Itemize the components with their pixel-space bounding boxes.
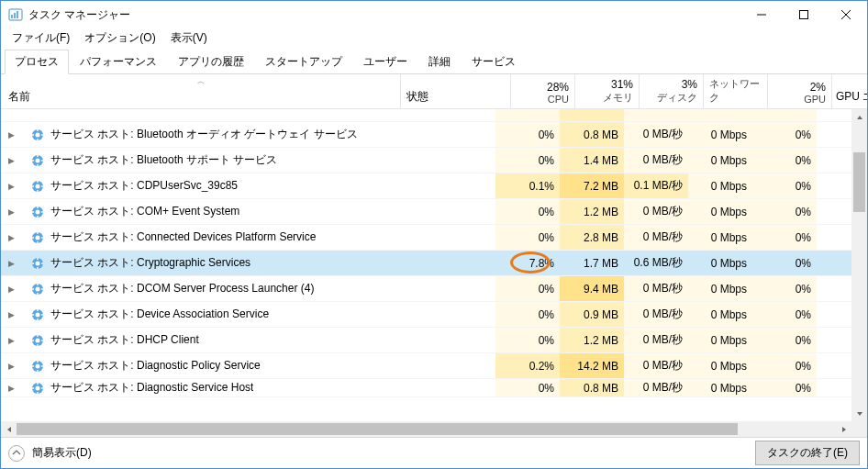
horizontal-scrollbar[interactable]	[1, 421, 851, 437]
process-list-viewport: ▶サービス ホスト: Bluetooth オーディオ ゲートウェイ サービス0%…	[1, 109, 867, 437]
close-button[interactable]	[825, 1, 867, 28]
svg-rect-48	[32, 288, 34, 289]
net-cell: 0 Mbps	[688, 122, 752, 147]
simple-view-label[interactable]: 簡易表示(D)	[32, 445, 755, 461]
svg-rect-17	[37, 164, 38, 166]
col-cpu[interactable]: 28% CPU	[511, 74, 575, 108]
tab-5[interactable]: 詳細	[418, 50, 461, 74]
scroll-thumb[interactable]	[853, 152, 865, 212]
gpu-cell: 0%	[752, 173, 817, 198]
chevron-right-icon[interactable]: ▶	[5, 362, 17, 371]
mem-cell: 0.8 MB	[560, 122, 624, 147]
scroll-right-icon[interactable]	[836, 421, 851, 437]
gear-icon	[30, 333, 45, 348]
table-row[interactable]: ▶サービス ホスト: Cryptographic Services7.8%1.7…	[1, 251, 851, 276]
gear-icon	[30, 282, 45, 296]
gpu-cell: 0%	[752, 199, 817, 224]
svg-rect-12	[32, 134, 34, 135]
table-row[interactable]: ▶サービス ホスト: Diagnostic Service Host0%0.8 …	[1, 379, 851, 397]
chevron-right-icon[interactable]: ▶	[5, 130, 17, 140]
svg-point-51	[36, 312, 40, 317]
table-row[interactable]: ▶サービス ホスト: DHCP Client0%1.2 MB0 MB/秒0 Mb…	[1, 328, 851, 353]
chevron-right-icon[interactable]: ▶	[5, 233, 17, 242]
gear-icon	[30, 179, 45, 194]
process-name: サービス ホスト: Cryptographic Services	[50, 255, 250, 271]
table-row[interactable]: ▶サービス ホスト: CDPUserSvc_39c850.1%7.2 MB0.1…	[1, 173, 851, 199]
maximize-button[interactable]	[783, 1, 825, 28]
titlebar: タスク マネージャー	[1, 1, 867, 28]
menu-file[interactable]: ファイル(F)	[5, 28, 77, 48]
scroll-corner	[851, 421, 867, 437]
table-row[interactable]: ▶サービス ホスト: Bluetooth オーディオ ゲートウェイ サービス0%…	[1, 122, 851, 148]
task-manager-window: タスク マネージャー ファイル(F) オプション(O) 表示(V) プロセスパフ…	[0, 0, 868, 469]
mem-cell: 1.7 MB	[560, 251, 624, 275]
col-status[interactable]: 状態	[401, 74, 511, 108]
svg-rect-18	[32, 160, 34, 161]
svg-rect-19	[41, 160, 43, 161]
minimize-button[interactable]	[740, 1, 783, 28]
gpu-cell: 0%	[752, 148, 817, 173]
disk-cell: 0 MB/秒	[624, 353, 688, 378]
chevron-right-icon[interactable]: ▶	[5, 285, 17, 294]
tab-0[interactable]: プロセス	[5, 50, 69, 74]
scroll-down-icon[interactable]	[851, 406, 867, 421]
col-net[interactable]: 0% ネットワーク	[704, 74, 768, 108]
table-row[interactable]: ▶サービス ホスト: Device Association Service0%0…	[1, 302, 851, 328]
tab-2[interactable]: アプリの履歴	[168, 50, 254, 74]
table-row[interactable]: ▶サービス ホスト: COM+ Event System0%1.2 MB0 MB…	[1, 199, 851, 225]
chevron-right-icon[interactable]: ▶	[5, 336, 17, 345]
table-row[interactable]: ▶サービス ホスト: Bluetooth サポート サービス0%1.4 MB0 …	[1, 148, 851, 173]
process-name: サービス ホスト: Diagnostic Policy Service	[50, 358, 261, 374]
disk-cell: 0 MB/秒	[624, 122, 688, 147]
chevron-right-icon[interactable]: ▶	[5, 156, 17, 165]
svg-rect-10	[37, 129, 38, 131]
mem-cell: 1.4 MB	[560, 148, 624, 173]
scroll-up-icon[interactable]	[851, 109, 867, 125]
h-scroll-thumb[interactable]	[17, 423, 738, 435]
chevron-right-icon[interactable]: ▶	[5, 310, 17, 319]
tab-strip: プロセスパフォーマンスアプリの履歴スタートアップユーザー詳細サービス	[1, 47, 867, 74]
chevron-right-icon[interactable]: ▶	[5, 384, 17, 393]
svg-rect-67	[41, 365, 43, 366]
col-mem[interactable]: 31% メモリ	[575, 74, 640, 108]
svg-rect-61	[41, 340, 43, 341]
expand-toggle-icon[interactable]	[8, 445, 25, 462]
table-row[interactable]	[1, 109, 851, 122]
svg-rect-13	[41, 134, 43, 135]
mem-cell: 9.4 MB	[560, 276, 624, 301]
scroll-track[interactable]	[851, 125, 867, 406]
menu-options[interactable]: オプション(O)	[77, 28, 162, 48]
tab-6[interactable]: サービス	[462, 50, 526, 74]
net-cell: 0 Mbps	[688, 379, 752, 396]
svg-rect-5	[800, 11, 808, 19]
chevron-right-icon[interactable]: ▶	[5, 182, 17, 191]
table-row[interactable]: ▶サービス ホスト: Connected Devices Platform Se…	[1, 225, 851, 251]
gpu-cell: 0%	[752, 353, 817, 378]
chevron-right-icon[interactable]: ▶	[5, 259, 17, 268]
svg-rect-30	[32, 211, 34, 212]
col-status-label: 状態	[406, 89, 428, 105]
col-disk[interactable]: 3% ディスク	[640, 74, 704, 108]
svg-rect-37	[41, 237, 43, 238]
svg-marker-76	[7, 427, 11, 432]
gear-icon	[30, 359, 45, 374]
end-task-button[interactable]: タスクの終了(E)	[755, 441, 860, 465]
svg-rect-40	[37, 258, 38, 260]
svg-rect-41	[37, 267, 38, 269]
scroll-left-icon[interactable]	[1, 421, 17, 437]
menu-view[interactable]: 表示(V)	[163, 28, 215, 48]
vertical-scrollbar[interactable]	[851, 109, 867, 421]
col-gpu[interactable]: 2% GPU	[768, 74, 832, 108]
col-gpu-engine[interactable]: GPU エ	[832, 74, 867, 108]
tab-1[interactable]: パフォーマンス	[70, 50, 167, 74]
col-name[interactable]: ︿ 名前	[1, 74, 401, 108]
table-row[interactable]: ▶サービス ホスト: Diagnostic Policy Service0.2%…	[1, 353, 851, 379]
tab-4[interactable]: ユーザー	[353, 50, 417, 74]
content-area: ︿ 名前 状態 28% CPU 31% メモリ 3% ディスク 0% ネットワー…	[1, 74, 867, 437]
chevron-right-icon[interactable]: ▶	[5, 207, 17, 217]
cpu-cell: 7.8%	[495, 251, 560, 275]
tab-3[interactable]: スタートアップ	[255, 50, 352, 74]
h-scroll-track[interactable]	[17, 421, 836, 437]
mem-cell: 0.9 MB	[560, 302, 624, 327]
table-row[interactable]: ▶サービス ホスト: DCOM Server Process Launcher …	[1, 276, 851, 302]
